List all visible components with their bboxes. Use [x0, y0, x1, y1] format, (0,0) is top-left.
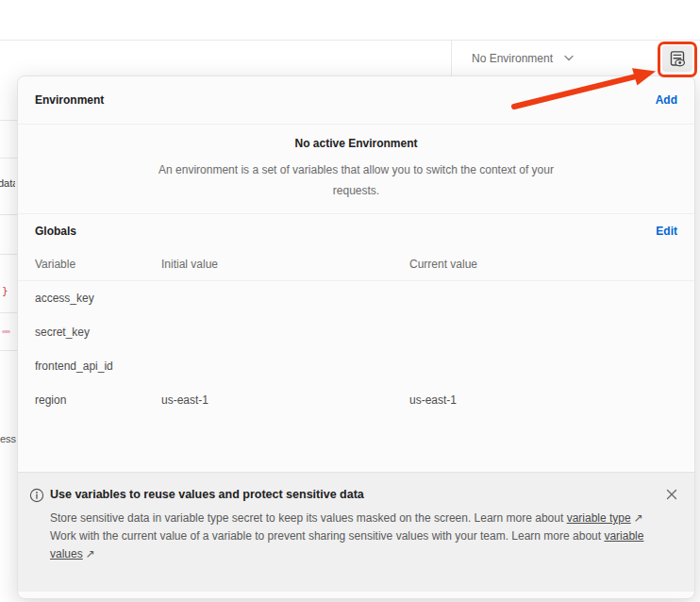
- initial-value: us-east-1: [161, 393, 409, 407]
- globals-section-title: Globals: [35, 225, 76, 238]
- table-empty-space: [18, 417, 694, 472]
- table-row: frontend_api_id: [18, 349, 694, 383]
- globals-table-header-row: Variable Initial value Current value: [18, 248, 694, 281]
- variable-name: frontend_api_id: [35, 360, 161, 373]
- bg-divider: [0, 312, 17, 313]
- edit-globals-button[interactable]: Edit: [656, 225, 677, 238]
- environment-panel-header: Environment Add: [18, 76, 694, 125]
- empty-state-title: No active Environment: [18, 125, 694, 150]
- info-icon: [29, 487, 44, 503]
- bg-divider: [0, 214, 17, 215]
- bg-divider: [0, 254, 17, 255]
- close-icon: [666, 489, 677, 500]
- no-active-environment-section: No active Environment An environment is …: [18, 125, 694, 214]
- environment-selector-value: No Environment: [472, 52, 553, 65]
- bg-divider: [0, 350, 17, 351]
- environment-selector[interactable]: No Environment: [460, 41, 585, 75]
- table-row: secret_key: [18, 315, 694, 349]
- bg-divider: [0, 120, 17, 121]
- current-value: us-east-1: [409, 393, 677, 407]
- environment-quick-look-button[interactable]: [662, 45, 692, 72]
- info-paragraph-1-text: Store sensitive data in variable type se…: [50, 511, 563, 525]
- external-link-icon: ↗: [86, 547, 95, 560]
- variable-name: region: [35, 393, 161, 407]
- column-header-variable: Variable: [35, 258, 161, 271]
- external-link-icon: ↗: [634, 511, 643, 525]
- info-paragraph-2-text: Work with the current value of a variabl…: [50, 529, 601, 543]
- table-row: region us-east-1 us-east-1: [18, 383, 694, 417]
- environment-bar-divider: [451, 41, 452, 75]
- info-banner-paragraph: Store sensitive data in variable type se…: [50, 510, 661, 563]
- globals-section-header: Globals Edit: [18, 214, 694, 248]
- column-header-current-value: Current value: [409, 258, 677, 271]
- variables-info-banner: Use variables to reuse values and protec…: [18, 472, 694, 592]
- bg-text-fragment: data: [0, 177, 15, 189]
- environment-quick-look-icon: [669, 50, 686, 67]
- top-header-bar: [0, 0, 700, 41]
- column-header-initial-value: Initial value: [161, 258, 409, 271]
- chevron-down-icon: [564, 55, 574, 61]
- info-banner-title: Use variables to reuse values and protec…: [50, 487, 364, 503]
- variable-name: secret_key: [35, 326, 161, 339]
- close-info-banner-button[interactable]: [662, 485, 681, 504]
- bg-highlight-fragment: [2, 330, 10, 333]
- variable-type-link[interactable]: variable type: [567, 511, 631, 525]
- table-row: access_key: [18, 281, 694, 315]
- environment-panel: Environment Add No active Environment An…: [17, 75, 695, 599]
- variable-name: access_key: [35, 292, 161, 305]
- empty-state-description: An environment is a set of variables tha…: [145, 159, 568, 201]
- environment-section-title: Environment: [35, 93, 104, 107]
- bg-divider: [0, 158, 17, 159]
- add-environment-button[interactable]: Add: [656, 93, 677, 107]
- bg-text-fragment: ess: [0, 433, 17, 444]
